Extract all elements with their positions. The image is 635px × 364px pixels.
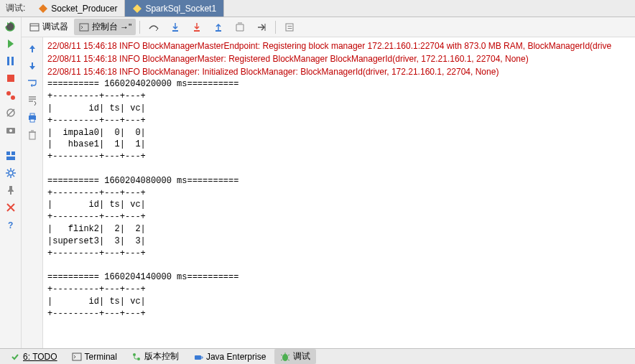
- console-left-toolbar: [22, 37, 43, 348]
- java-ee-button[interactable]: Java Enterprise: [187, 350, 272, 363]
- svg-rect-11: [6, 151, 10, 155]
- close-icon[interactable]: [4, 201, 17, 214]
- svg-rect-19: [80, 24, 88, 31]
- bug-icon: [280, 352, 290, 362]
- svg-rect-31: [29, 132, 35, 139]
- svg-rect-22: [215, 30, 221, 32]
- rerun-button[interactable]: [4, 20, 17, 33]
- svg-rect-17: [30, 24, 39, 31]
- clear-icon[interactable]: [26, 128, 39, 141]
- pin-icon[interactable]: [4, 184, 17, 197]
- debug-left-toolbar: ?: [0, 17, 22, 348]
- camera-icon[interactable]: [4, 123, 17, 136]
- stop-button[interactable]: [4, 72, 17, 85]
- svg-rect-32: [73, 353, 81, 360]
- view-breakpoints-button[interactable]: [4, 89, 17, 102]
- run-to-cursor-button[interactable]: [251, 19, 272, 35]
- terminal-button[interactable]: Terminal: [66, 350, 123, 363]
- run-config-tabs: 调试: Socket_Producer SparkSql_Socket1: [0, 0, 635, 17]
- svg-point-10: [9, 129, 12, 132]
- vcs-button[interactable]: 版本控制: [126, 349, 185, 364]
- debugger-icon: [29, 22, 40, 33]
- debug-button[interactable]: 调试: [274, 349, 316, 364]
- svg-rect-30: [30, 119, 34, 122]
- svg-text:=: =: [287, 22, 292, 32]
- settings-icon[interactable]: [4, 167, 17, 179]
- svg-rect-15: [10, 192, 11, 195]
- svg-marker-1: [133, 4, 142, 13]
- svg-rect-29: [30, 113, 34, 116]
- drop-frame-button[interactable]: [230, 19, 250, 35]
- scroll-end-icon[interactable]: [26, 93, 39, 106]
- todo-button[interactable]: 6: TODO: [4, 350, 63, 363]
- step-into-button[interactable]: [165, 19, 185, 35]
- svg-rect-4: [7, 75, 14, 82]
- step-out-button[interactable]: [208, 19, 228, 35]
- svg-rect-27: [32, 62, 33, 66]
- console-icon: [78, 22, 90, 33]
- evaluate-button[interactable]: =: [279, 19, 300, 35]
- step-over-button[interactable]: [144, 19, 164, 35]
- svg-point-34: [137, 358, 140, 360]
- svg-point-33: [133, 353, 136, 356]
- svg-rect-13: [6, 157, 15, 160]
- spark-icon: [38, 4, 48, 14]
- terminal-icon: [72, 352, 82, 362]
- vcs-icon: [131, 352, 142, 362]
- svg-point-6: [11, 95, 15, 100]
- down-icon[interactable]: [26, 59, 39, 72]
- tab-socket-producer[interactable]: Socket_Producer: [31, 0, 125, 17]
- force-step-into-button[interactable]: [187, 19, 207, 35]
- pause-button[interactable]: [4, 55, 17, 67]
- debugger-tab-button[interactable]: 调试器: [24, 19, 73, 35]
- console-tab-button[interactable]: 控制台 →": [74, 19, 136, 35]
- resume-button[interactable]: [4, 37, 17, 50]
- help-icon[interactable]: ?: [4, 218, 17, 231]
- bottom-toolwindow-bar: 6: TODO Terminal 版本控制 Java Enterprise 调试: [0, 348, 635, 364]
- check-icon: [10, 352, 20, 362]
- svg-rect-21: [194, 30, 200, 32]
- svg-text:?: ?: [8, 220, 13, 230]
- svg-point-5: [6, 91, 11, 95]
- tab-sparksql-socket1[interactable]: SparkSql_Socket1: [125, 0, 224, 17]
- java-icon: [193, 352, 203, 362]
- console-output[interactable]: 22/08/11 15:46:18 INFO BlockManagerMaste…: [43, 37, 635, 348]
- svg-rect-20: [172, 30, 178, 32]
- svg-rect-35: [195, 355, 201, 360]
- layout-button[interactable]: [4, 149, 17, 162]
- debug-toolbar: 调试器 控制台 →" =: [22, 17, 635, 37]
- debug-label: 调试:: [0, 0, 31, 17]
- svg-rect-12: [11, 151, 15, 155]
- svg-point-36: [282, 354, 288, 361]
- print-icon[interactable]: [26, 111, 39, 123]
- svg-marker-0: [39, 4, 47, 13]
- mute-breakpoints-button[interactable]: [4, 106, 17, 119]
- svg-rect-3: [11, 57, 14, 65]
- spark-icon: [132, 4, 142, 14]
- svg-rect-2: [7, 57, 9, 65]
- soft-wrap-icon[interactable]: [26, 76, 39, 89]
- up-icon[interactable]: [26, 42, 39, 55]
- svg-rect-26: [32, 49, 33, 52]
- svg-point-14: [9, 171, 13, 175]
